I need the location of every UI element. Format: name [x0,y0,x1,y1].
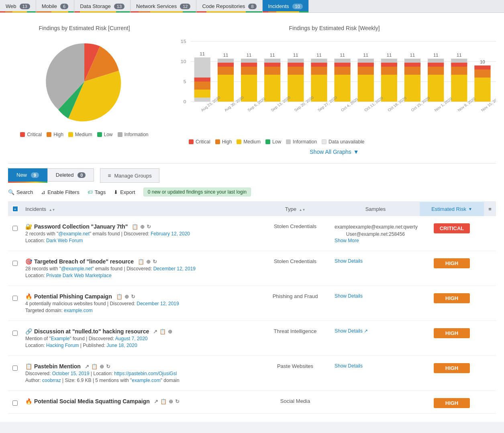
location-link[interactable]: Dark Web Forum [46,238,83,243]
add-icon[interactable]: ⊕ [100,364,104,370]
tab-web-label: Web [6,3,16,9]
header-type[interactable]: Type ▲▼ [259,202,331,216]
tab-web-badge: 13 [20,4,30,9]
date-link[interactable]: December 12, 2019 [153,266,196,272]
findings-tab-new[interactable]: New 9 [8,168,47,182]
refresh-icon[interactable]: ↻ [175,398,180,404]
refresh-icon[interactable]: ↻ [153,259,157,265]
copy-icon[interactable]: 📋 [159,329,166,335]
row-type-col: Paste Websites [259,360,331,372]
samples-header-label: Samples [365,206,386,212]
tags-action[interactable]: 🏷 Tags [88,189,106,195]
copy-icon[interactable]: 📋 [91,364,98,370]
bar-chart-title: Findings by Estimated Risk [Weekly] [173,25,496,31]
tab-code-repos[interactable]: Code Repositories 8 [196,0,262,12]
add-icon[interactable]: ⊕ [124,294,129,300]
incidents-sort-icon[interactable]: ▲▼ [49,208,55,212]
legend-medium-label: Medium [75,132,92,137]
domain-link[interactable]: example.com [132,378,160,383]
header-incidents[interactable]: Incidents ▲▼ [22,202,259,216]
tab-mobile[interactable]: Mobile 6 [36,0,74,12]
legend-high-label: High [53,132,63,137]
row-checkbox-col[interactable] [8,255,22,269]
manage-groups-button[interactable]: ≡ Manage Groups [100,168,159,183]
copy-icon[interactable]: 📋 [132,224,138,230]
checkbox-check-icon: ▪ [14,207,16,211]
row-checkbox-col[interactable] [8,325,22,339]
add-icon[interactable]: ⊕ [168,329,172,335]
refresh-icon[interactable]: ↻ [147,224,151,230]
svg-rect-69 [474,69,490,78]
header-checkbox[interactable]: ▪ [12,206,18,212]
enable-filters-action[interactable]: ⊿ Enable Filters [41,189,79,195]
export-action[interactable]: ⬇ Export [114,189,135,195]
paste-icon: 📋 [25,363,32,370]
tab-incidents[interactable]: Incidents 10 [263,0,309,12]
findings-tab-deleted[interactable]: Deleted 0 [47,168,94,182]
menu-icon[interactable]: ≡ [488,206,492,212]
tab-mobile-badge: 6 [60,4,68,9]
risk-dropdown-icon[interactable]: ▼ [468,207,472,211]
add-icon[interactable]: ⊕ [146,259,151,265]
add-icon[interactable]: ⊕ [140,224,145,230]
table-row: 🔥 Potential Phishing Campaign 📋 ⊕ ↻ 4 po… [8,286,496,321]
copy-icon[interactable]: 📋 [160,398,167,404]
date-link[interactable]: December 12, 2019 [137,301,179,306]
date-link[interactable]: August 7, 2020 [115,336,148,341]
domain-link[interactable]: example.com [64,308,92,313]
add-icon[interactable]: ⊕ [169,398,173,404]
header-menu[interactable]: ≡ [484,202,496,216]
search-action[interactable]: 🔍 Search [8,189,33,195]
row-checkbox[interactable] [12,400,18,406]
show-details-link[interactable]: Show Details [335,363,416,369]
show-details-link[interactable]: Show Details [335,293,416,299]
tab-network-services[interactable]: Network Services 12 [131,0,196,12]
incident-detail: Discovered: October 15, 2019 | Location:… [25,371,256,376]
show-all-graphs-button[interactable]: Show All Graphs ▼ [310,149,359,155]
refresh-icon[interactable]: ↻ [131,294,135,300]
row-risk-col: HIGH [420,395,484,411]
location-link[interactable]: Hacking Forum [46,343,79,348]
author-link[interactable]: coobrraz [42,378,61,383]
risk-header-label: Estimated Risk [431,206,466,212]
refresh-icon[interactable]: ↻ [106,364,110,370]
location-link[interactable]: Private Dark Web Marketplace [46,273,112,278]
row-checkbox[interactable] [12,331,18,336]
svg-rect-65 [451,63,467,67]
show-details-link[interactable]: Show Details ↗ [335,328,416,334]
tab-data-storage[interactable]: Data Storage 13 [74,0,131,12]
external-link-icon[interactable]: ↗ [154,398,158,404]
svg-text:11: 11 [457,53,462,57]
show-details-link[interactable]: Show Details [335,258,416,264]
email-link[interactable]: @example.net [61,266,92,272]
search-label: Search [16,189,33,195]
row-checkbox[interactable] [12,296,18,301]
row-inner: 🎯 Targeted Breach of "linode" resource 📋… [8,255,496,282]
copy-icon[interactable]: 📋 [138,259,144,265]
email-link[interactable]: @example.net [58,231,90,237]
pastebin-link[interactable]: https://pastebin.com/OjusiGsl [114,371,177,376]
row-checkbox-col[interactable] [8,290,22,304]
row-checkbox-col[interactable] [8,220,22,234]
external-link-icon[interactable]: ↗ [85,364,89,370]
external-link-icon[interactable]: ↗ [153,329,157,335]
tab-mobile-label: Mobile [42,3,57,9]
published-link[interactable]: June 18, 2020 [107,343,137,348]
show-more-link[interactable]: Show More [335,238,416,243]
manage-groups-label: Manage Groups [114,173,152,179]
row-checkbox[interactable] [12,226,18,231]
row-checkbox-col[interactable] [8,360,22,374]
row-checkbox[interactable] [12,366,18,371]
date-link[interactable]: February 12, 2020 [151,231,190,237]
mention-link[interactable]: Example [51,336,70,341]
type-sort-icon[interactable]: ▲▼ [299,208,305,212]
external-icon: ↗ [364,328,368,334]
row-checkbox-col[interactable] [8,395,22,409]
samples-text: exampleexample@example.net:qwertyUser@ex… [335,223,416,238]
tab-web[interactable]: Web 13 [0,0,36,12]
row-checkbox[interactable] [12,261,18,266]
copy-icon[interactable]: 📋 [116,294,122,300]
header-checkbox-col[interactable]: ▪ [8,202,22,216]
header-risk[interactable]: Estimated Risk ▼ [420,202,484,216]
date-link[interactable]: October 15, 2019 [52,371,90,376]
